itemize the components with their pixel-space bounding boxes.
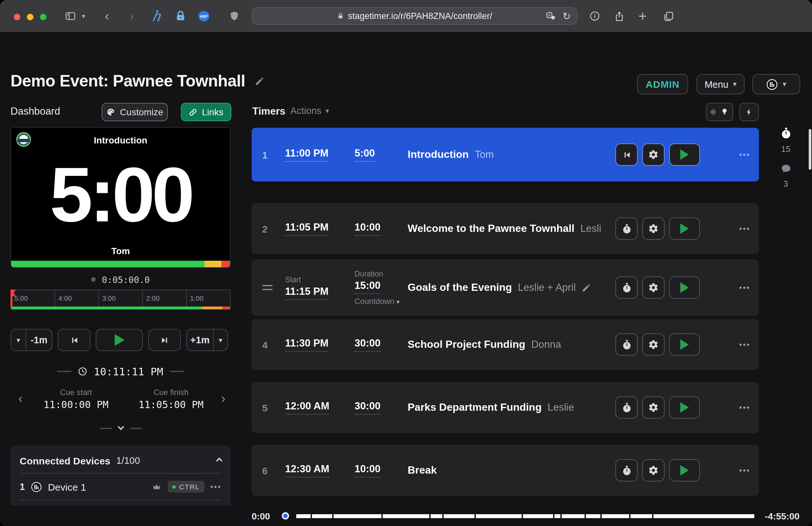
share-icon[interactable] xyxy=(613,0,625,32)
timeline-scrubber[interactable]: 5:004:003:002:001:00 xyxy=(11,290,231,310)
play-timer-button[interactable] xyxy=(669,459,700,481)
timer-settings-button[interactable] xyxy=(642,276,665,299)
blackout-toggle-button[interactable] xyxy=(706,103,733,121)
flash-button[interactable] xyxy=(739,103,759,121)
reload-icon[interactable]: ↻ xyxy=(563,11,571,21)
shield-icon[interactable] xyxy=(229,0,240,32)
timer-settings-button[interactable] xyxy=(642,218,665,240)
chevron-up-icon[interactable] xyxy=(216,457,222,464)
timer-settings-button[interactable] xyxy=(642,459,665,481)
new-tab-icon[interactable]: + xyxy=(638,0,647,32)
start-at-button[interactable] xyxy=(615,218,638,240)
messages-widget[interactable]: 3 xyxy=(759,163,812,189)
plus-1m-split-button[interactable]: +1m ▾ xyxy=(186,329,228,351)
timeline-playhead[interactable] xyxy=(282,512,289,520)
timeline-segment[interactable] xyxy=(601,514,629,518)
timeline-segment[interactable] xyxy=(444,514,475,518)
minimize-window-button[interactable] xyxy=(27,14,33,20)
zoom-window-button[interactable] xyxy=(40,14,46,20)
duration[interactable]: 10:00 xyxy=(354,463,380,478)
forward-icon[interactable]: › xyxy=(130,0,134,32)
timeline-segment[interactable] xyxy=(561,514,584,518)
chevron-down-icon[interactable]: ▾ xyxy=(11,330,26,350)
start-at-button[interactable] xyxy=(615,459,638,481)
start-time[interactable]: 12:00 AM xyxy=(285,400,329,415)
back-icon[interactable]: ‹ xyxy=(105,0,109,32)
timer-count-widget[interactable]: 15 xyxy=(759,127,812,154)
row-more-button[interactable]: ••• xyxy=(739,203,750,254)
scrollbar-thumb[interactable] xyxy=(809,129,811,170)
timeline-segment[interactable] xyxy=(586,514,600,518)
timer-row[interactable]: 111:00 PM5:00IntroductionTom••• xyxy=(252,128,759,181)
device-more-button[interactable]: ••• xyxy=(211,482,221,491)
timeline-segment[interactable] xyxy=(312,514,333,518)
reader-info-icon[interactable] xyxy=(589,0,600,32)
timer-settings-button[interactable] xyxy=(642,396,665,419)
timeline-segment[interactable] xyxy=(630,514,652,518)
timeline-segments[interactable] xyxy=(296,514,754,518)
timeline-segment[interactable] xyxy=(523,514,553,518)
adblock-extension-icon[interactable]: ABP xyxy=(199,0,209,32)
play-button[interactable] xyxy=(96,329,143,351)
next-cue-button[interactable] xyxy=(148,329,181,351)
start-time[interactable]: 11:15 PM xyxy=(285,285,329,300)
drag-handle[interactable] xyxy=(262,259,279,316)
start-time[interactable]: 11:05 PM xyxy=(285,221,329,236)
admin-button[interactable]: ADMIN xyxy=(637,74,688,94)
timeline-segment[interactable] xyxy=(296,514,311,518)
timeline-segment[interactable] xyxy=(383,514,429,518)
chevron-left-icon[interactable]: ‹ xyxy=(18,392,23,405)
play-timer-button[interactable] xyxy=(669,396,700,419)
play-timer-button[interactable] xyxy=(669,144,700,166)
minus-1m-split-button[interactable]: ▾ -1m xyxy=(11,329,53,351)
timeline-segment[interactable] xyxy=(476,514,522,518)
view-switcher-button[interactable]: ▾ xyxy=(752,74,800,94)
chevron-down-icon[interactable]: ▾ xyxy=(213,330,228,350)
timeline-segment[interactable] xyxy=(555,514,560,518)
timer-settings-button[interactable] xyxy=(642,144,665,166)
duration[interactable]: 5:00 xyxy=(354,147,375,162)
timer-row[interactable]: 512:00 AM30:00Parks Department FundingLe… xyxy=(252,382,759,433)
row-more-button[interactable]: ••• xyxy=(739,445,750,496)
menu-button[interactable]: Menu ▾ xyxy=(697,74,744,94)
sidebar-toggle-icon[interactable] xyxy=(64,0,77,32)
plus-1m-label[interactable]: +1m xyxy=(187,330,213,350)
start-time[interactable]: 11:00 PM xyxy=(285,147,329,162)
links-button[interactable]: Links xyxy=(181,103,231,121)
start-at-button[interactable] xyxy=(615,396,638,419)
start-at-button[interactable] xyxy=(615,276,638,299)
timer-row[interactable]: Start11:15 PMDuration15:00Countdown ▾Goa… xyxy=(252,259,759,316)
countdown-select[interactable]: Countdown ▾ xyxy=(354,296,400,306)
duration[interactable]: 10:00 xyxy=(354,221,380,236)
chevron-right-icon[interactable]: › xyxy=(221,392,226,405)
timeline-segment[interactable] xyxy=(334,514,381,518)
duration[interactable]: 15:00 xyxy=(354,279,380,294)
customize-button[interactable]: Customize xyxy=(102,103,168,121)
row-more-button[interactable]: ••• xyxy=(739,259,750,316)
script-extension-icon[interactable]: ℎ xyxy=(152,0,161,32)
previous-cue-button[interactable] xyxy=(58,329,90,351)
timer-settings-button[interactable] xyxy=(642,333,665,356)
timeline-segment[interactable] xyxy=(430,514,443,518)
lock-extension-icon[interactable] xyxy=(174,0,187,32)
timer-row[interactable]: 612:30 AM10:00Break••• xyxy=(252,445,759,496)
row-more-button[interactable]: ••• xyxy=(739,128,750,181)
collapse-dashboard-toggle[interactable] xyxy=(11,424,231,432)
play-timer-button[interactable] xyxy=(669,276,700,299)
timer-row[interactable]: 411:30 PM30:00School Project FundingDonn… xyxy=(252,319,759,370)
row-more-button[interactable]: ••• xyxy=(739,319,750,370)
play-timer-button[interactable] xyxy=(669,218,700,240)
start-time[interactable]: 12:30 AM xyxy=(285,463,329,478)
address-bar[interactable]: stagetimer.io/r/6PAH8ZNA/controller/ A ↻ xyxy=(252,7,577,25)
tab-overview-icon[interactable] xyxy=(663,0,675,32)
minus-1m-label[interactable]: -1m xyxy=(26,330,52,350)
reset-timer-button[interactable] xyxy=(615,144,638,166)
start-time[interactable]: 11:30 PM xyxy=(285,337,329,352)
close-window-button[interactable] xyxy=(14,14,20,20)
sidebar-chevron-icon[interactable]: ▾ xyxy=(82,0,85,32)
edit-pencil-icon[interactable] xyxy=(582,283,592,292)
timer-row[interactable]: 211:05 PM10:00Welcome to the Pawnee Town… xyxy=(252,203,759,254)
duration[interactable]: 30:00 xyxy=(354,400,380,415)
timeline-segment[interactable] xyxy=(654,514,754,518)
play-timer-button[interactable] xyxy=(669,333,700,356)
